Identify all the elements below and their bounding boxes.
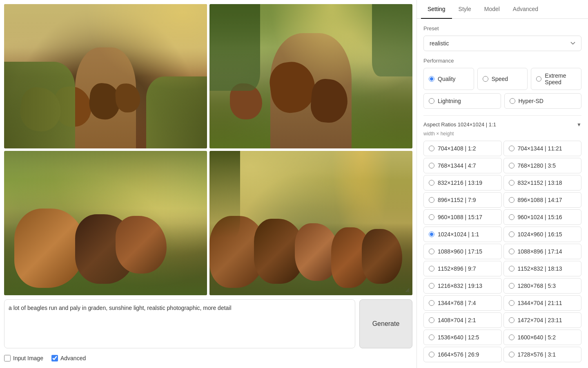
- aspect-option-1152x832[interactable]: 1152×832 | 18:13: [503, 261, 582, 276]
- aspect-radio-768x1280[interactable]: [509, 163, 514, 168]
- aspect-option-1408x704[interactable]: 1408×704 | 2:1: [423, 312, 502, 328]
- aspect-label-768x1344: 768×1344 | 4:7: [438, 162, 476, 169]
- aspect-grid: 704×1408 | 1:2 704×1344 | 11:21 768×1344…: [423, 141, 581, 362]
- aspect-radio-704x1344[interactable]: [509, 146, 514, 151]
- image-cell-3[interactable]: [4, 151, 207, 295]
- aspect-radio-1344x768[interactable]: [429, 300, 434, 306]
- aspect-option-704x1408[interactable]: 704×1408 | 1:2: [423, 141, 502, 156]
- aspect-radio-1664x576[interactable]: [429, 352, 434, 357]
- extreme-speed-radio[interactable]: [536, 76, 541, 82]
- aspect-option-1216x832[interactable]: 1216×832 | 19:13: [423, 278, 502, 294]
- advanced-checkbox[interactable]: [51, 355, 58, 361]
- extreme-speed-option[interactable]: Extreme Speed: [531, 68, 581, 90]
- aspect-radio-1024x960[interactable]: [509, 231, 514, 237]
- aspect-option-832x1152[interactable]: 832×1152 | 13:18: [503, 175, 582, 191]
- prompt-textarea[interactable]: a lot of beagles run and paly in graden,…: [4, 299, 355, 348]
- aspect-radio-1152x832[interactable]: [509, 266, 514, 272]
- aspect-radio-1216x832[interactable]: [429, 283, 434, 289]
- aspect-option-960x1024[interactable]: 960×1024 | 15:16: [503, 209, 582, 225]
- performance-grid: Quality Speed Extreme Speed: [423, 68, 581, 90]
- hyper-sd-option[interactable]: Hyper-SD: [504, 93, 582, 109]
- aspect-label-1600x640: 1600×640 | 5:2: [518, 334, 556, 341]
- image-cell-4[interactable]: [209, 151, 412, 295]
- lightning-radio[interactable]: [429, 98, 434, 104]
- quality-radio[interactable]: [429, 76, 434, 82]
- aspect-option-1344x704[interactable]: 1344×704 | 21:11: [503, 295, 582, 311]
- aspect-label-1024x960: 1024×960 | 16:15: [518, 231, 562, 238]
- aspect-option-704x1344[interactable]: 704×1344 | 11:21: [503, 141, 582, 156]
- aspect-label-896x1152: 896×1152 | 7:9: [438, 197, 476, 203]
- aspect-radio-1472x704[interactable]: [509, 317, 514, 323]
- aspect-radio-1280x768[interactable]: [509, 283, 514, 289]
- aspect-label-704x1344: 704×1344 | 11:21: [518, 145, 562, 152]
- speed-radio[interactable]: [483, 76, 488, 82]
- aspect-option-1600x640[interactable]: 1600×640 | 5:2: [503, 330, 582, 345]
- advanced-option[interactable]: Advanced: [51, 355, 86, 361]
- tab-style[interactable]: Style: [452, 0, 478, 19]
- aspect-option-1664x576[interactable]: 1664×576 | 26:9: [423, 347, 502, 362]
- aspect-option-1152x896[interactable]: 1152×896 | 9:7: [423, 261, 502, 276]
- aspect-ratios-header[interactable]: Aspect Ratios 1024×1024 | 1:1 ▼: [423, 121, 581, 128]
- quality-option[interactable]: Quality: [423, 68, 474, 90]
- aspect-radio-1088x896[interactable]: [509, 249, 514, 254]
- aspect-option-896x1088[interactable]: 896×1088 | 14:17: [503, 192, 582, 208]
- input-image-checkbox[interactable]: [4, 355, 11, 361]
- aspect-radio-1024x1024[interactable]: [429, 231, 434, 237]
- aspect-radio-1344x704[interactable]: [509, 300, 514, 306]
- aspect-radio-1600x640[interactable]: [509, 334, 514, 340]
- divider: [423, 115, 581, 116]
- aspect-radio-1728x576[interactable]: [509, 352, 514, 357]
- aspect-label-1152x896: 1152×896 | 9:7: [438, 265, 476, 272]
- aspect-radio-960x1024[interactable]: [509, 214, 514, 220]
- bottom-options: Input Image Advanced: [4, 352, 412, 364]
- tabs-bar: Setting Style Model Advanced: [417, 0, 588, 19]
- aspect-radio-704x1408[interactable]: [429, 146, 434, 151]
- aspect-radio-1536x640[interactable]: [429, 334, 434, 340]
- tab-setting[interactable]: Setting: [421, 0, 452, 19]
- aspect-option-1024x1024[interactable]: 1024×1024 | 1:1: [423, 227, 502, 242]
- aspect-option-1472x704[interactable]: 1472×704 | 23:11: [503, 312, 582, 328]
- aspect-radio-1088x960[interactable]: [429, 249, 434, 254]
- input-image-label: Input Image: [13, 355, 43, 361]
- aspect-label-1280x768: 1280×768 | 5:3: [518, 283, 556, 289]
- speed-option[interactable]: Speed: [477, 68, 528, 90]
- aspect-radio-1152x896[interactable]: [429, 266, 434, 272]
- tab-model[interactable]: Model: [478, 0, 506, 19]
- aspect-label-1088x960: 1088×960 | 17:15: [438, 248, 482, 255]
- aspect-option-1536x640[interactable]: 1536×640 | 12:5: [423, 330, 502, 345]
- aspect-radio-832x1152[interactable]: [509, 180, 514, 186]
- aspect-option-960x1088[interactable]: 960×1088 | 15:17: [423, 209, 502, 225]
- image-cell-1[interactable]: [4, 4, 207, 148]
- tab-advanced[interactable]: Advanced: [506, 0, 545, 19]
- aspect-option-768x1344[interactable]: 768×1344 | 4:7: [423, 158, 502, 173]
- preset-select[interactable]: realistic anime digital art oil painting…: [423, 36, 581, 51]
- aspect-label-768x1280: 768×1280 | 3:5: [518, 162, 556, 169]
- extreme-speed-label: Extreme Speed: [545, 72, 576, 85]
- aspect-label-1536x640: 1536×640 | 12:5: [438, 334, 479, 341]
- aspect-option-1088x960[interactable]: 1088×960 | 17:15: [423, 244, 502, 259]
- aspect-radio-768x1344[interactable]: [429, 163, 434, 168]
- resize-handle[interactable]: [404, 287, 411, 294]
- aspect-option-1728x576[interactable]: 1728×576 | 3:1: [503, 347, 582, 362]
- hyper-sd-radio[interactable]: [510, 98, 515, 104]
- aspect-label-832x1216: 832×1216 | 13:19: [438, 180, 482, 186]
- right-content[interactable]: Preset realistic anime digital art oil p…: [417, 19, 588, 368]
- right-panel: Setting Style Model Advanced Preset real…: [416, 0, 588, 368]
- input-image-option[interactable]: Input Image: [4, 355, 43, 361]
- aspect-radio-1408x704[interactable]: [429, 317, 434, 323]
- image-cell-2[interactable]: [209, 4, 412, 148]
- aspect-radio-960x1088[interactable]: [429, 214, 434, 220]
- aspect-radio-896x1152[interactable]: [429, 197, 434, 203]
- aspect-radio-832x1216[interactable]: [429, 180, 434, 186]
- aspect-option-896x1152[interactable]: 896×1152 | 7:9: [423, 192, 502, 208]
- aspect-option-832x1216[interactable]: 832×1216 | 13:19: [423, 175, 502, 191]
- aspect-option-1280x768[interactable]: 1280×768 | 5:3: [503, 278, 582, 294]
- aspect-option-1024x960[interactable]: 1024×960 | 16:15: [503, 227, 582, 242]
- aspect-option-1088x896[interactable]: 1088×896 | 17:14: [503, 244, 582, 259]
- aspect-radio-896x1088[interactable]: [509, 197, 514, 203]
- aspect-option-1344x768[interactable]: 1344×768 | 7:4: [423, 295, 502, 311]
- lightning-option[interactable]: Lightning: [423, 93, 501, 109]
- generate-button[interactable]: Generate: [359, 299, 412, 348]
- aspect-option-768x1280[interactable]: 768×1280 | 3:5: [503, 158, 582, 173]
- aspect-label-1344x768: 1344×768 | 7:4: [438, 300, 476, 306]
